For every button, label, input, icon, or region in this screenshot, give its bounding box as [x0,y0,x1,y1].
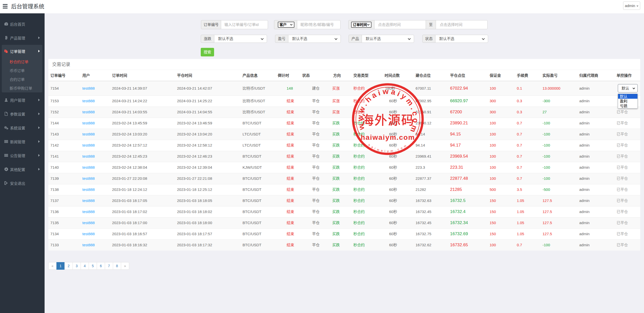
svg-text:海外源码: 海外源码 [361,113,415,127]
svg-text:www.haiwaiym.com: www.haiwaiym.com [356,87,420,135]
svg-text:haiwaiym.com: haiwaiym.com [361,133,415,141]
